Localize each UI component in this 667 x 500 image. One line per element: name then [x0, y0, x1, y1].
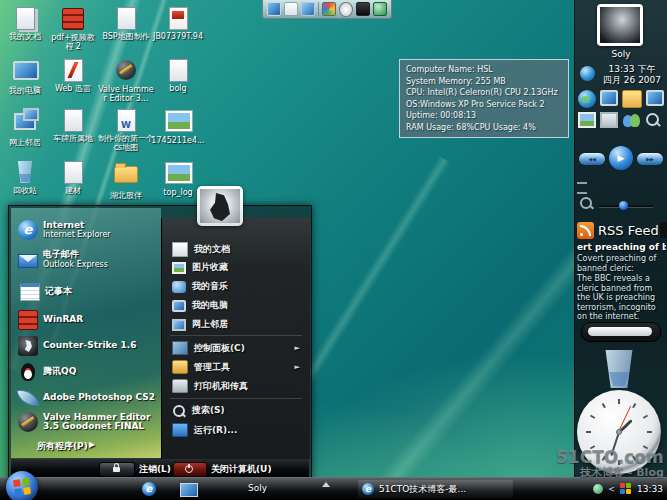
documents-icon — [172, 242, 188, 257]
volume-search-icon[interactable] — [579, 196, 593, 210]
toolbar-expand-chevron-icon[interactable] — [322, 482, 330, 487]
dock-display-settings-icon[interactable] — [322, 2, 336, 16]
shutdown-button[interactable] — [173, 462, 207, 477]
submenu-arrow-icon: ► — [295, 363, 300, 371]
start-item-winrar[interactable]: WinRAR — [11, 310, 161, 330]
desktop-icon-my-computer[interactable]: 我的电脑 — [2, 58, 48, 95]
desktop-icon-my-documents[interactable]: 我的文档 — [2, 6, 48, 41]
sysinfo-memory: System Memory: 255 MB — [406, 76, 562, 88]
thunder-icon — [64, 59, 83, 82]
start-item-my-computer[interactable]: 我的电脑 — [162, 299, 310, 312]
internet-icon[interactable] — [578, 90, 596, 108]
document-icon — [64, 109, 83, 132]
desktop-icon-label: 1745211e4... — [150, 136, 206, 145]
desktop-icon-image-file[interactable]: 1745211e4... — [150, 108, 206, 145]
start-menu-bottom-bar: 注销(L) 关闭计算机(U) — [11, 459, 309, 477]
start-item-control-panel[interactable]: 控制面板(C)► — [162, 341, 310, 355]
rss-icon — [577, 222, 594, 239]
photoshop-feather-icon — [16, 386, 40, 410]
logoff-button[interactable] — [99, 462, 135, 477]
dock-computer-icon[interactable] — [267, 2, 281, 16]
task-button-label: 51CTO技术博客-最... — [379, 483, 466, 496]
desktop-icon-pdf-file[interactable]: JB07379T.94 — [150, 6, 206, 41]
rss-headline[interactable]: ert preaching of banne — [577, 242, 666, 252]
sidebar-user-avatar[interactable] — [597, 4, 643, 46]
word-doc-icon: W — [117, 109, 136, 132]
media-play-button[interactable]: ▶ — [609, 146, 633, 170]
desktop-icon-hubei-folder[interactable]: 湖北股伴 — [98, 160, 154, 200]
sidebar-search-pill[interactable] — [581, 322, 661, 342]
desktop-icon-label: 我的电脑 — [2, 86, 48, 95]
desktop-icon-label: JB07379T.94 — [150, 32, 206, 41]
hammer-icon — [116, 60, 136, 80]
run-icon — [172, 423, 188, 437]
start-item-my-documents[interactable]: 我的文档 — [162, 242, 310, 257]
task-button-browser[interactable]: e 51CTO技术博客-最... — [358, 480, 513, 498]
desktop-icon-recycle-bin[interactable]: 回收站 — [2, 160, 48, 195]
search-icon[interactable] — [644, 112, 662, 128]
start-menu-user-avatar[interactable] — [197, 186, 243, 226]
dock-media-icon[interactable] — [373, 2, 387, 16]
desktop-icon-network-places[interactable]: 网上邻居 — [2, 108, 48, 147]
winrar-icon — [18, 310, 38, 330]
start-item-my-pictures[interactable]: 图片收藏 — [162, 261, 310, 274]
start-item-network-places[interactable]: 网上邻居 — [162, 318, 310, 331]
dock-screen-icon[interactable] — [356, 2, 370, 16]
documents-icon — [16, 7, 35, 30]
start-item-notepad[interactable]: 记事本 — [11, 282, 161, 301]
desktop-icon-materials[interactable]: 建材 — [48, 160, 98, 195]
start-item-counter-strike[interactable]: Counter-Strike 1.6 — [11, 336, 161, 356]
sysinfo-computer-name: Computer Name: HSL — [406, 64, 562, 76]
sidebar-divider — [577, 192, 587, 194]
tray-collapse-icon[interactable]: < — [608, 485, 615, 494]
quicklaunch-show-desktop-icon[interactable] — [180, 483, 198, 497]
computer-icon — [172, 300, 186, 312]
folder-icon[interactable] — [622, 90, 642, 108]
dock-network-icon[interactable] — [301, 2, 315, 16]
taskbar-user-toolbar[interactable]: Soly — [248, 483, 267, 493]
desktop-icon-label: 湖北股伴 — [98, 191, 154, 200]
media-prev-button[interactable]: ◀◀ — [579, 153, 605, 165]
network-computer-icon[interactable] — [646, 90, 664, 106]
messenger-icon[interactable] — [622, 112, 640, 128]
desktop-icon-pdf-tutorial[interactable]: pdf+视频教程 2 — [48, 6, 98, 51]
computer-icon[interactable] — [600, 90, 618, 106]
dock-document-icon[interactable] — [284, 2, 298, 16]
volume-slider-knob[interactable] — [619, 201, 628, 210]
desktop-icon-web-thunder[interactable]: Web 迅雷 — [48, 58, 98, 93]
control-panel-icon — [172, 341, 188, 355]
network-icon — [14, 113, 36, 130]
tray-windows-icon[interactable] — [620, 483, 632, 495]
desktop-icon-bsp-map[interactable]: BSP地图制作 — [98, 6, 154, 41]
start-item-photoshop[interactable]: Adobe Photoshop CS2 — [11, 388, 161, 408]
tray-clock[interactable]: 13:33 — [637, 484, 663, 494]
start-item-admin-tools[interactable]: 管理工具► — [162, 360, 310, 374]
start-item-run[interactable]: 运行(R)... — [162, 423, 310, 437]
start-item-my-music[interactable]: 我的音乐 — [162, 280, 310, 293]
desktop-icon-license-plate[interactable]: 车牌所属地 — [48, 108, 98, 143]
start-item-outlook-express[interactable]: 电子邮件Outlook Express — [11, 250, 161, 269]
sidebar-date: 四月 26 2007 — [600, 75, 664, 86]
photo-frame-icon[interactable] — [600, 112, 618, 128]
start-menu-left-column: e InternetInternet Explorer 电子邮件Outlook … — [11, 208, 161, 458]
all-programs-button[interactable]: 所有程序(P) ▶ — [11, 440, 161, 453]
quicklaunch-ie-icon[interactable]: e — [142, 482, 156, 496]
start-orb-button[interactable] — [6, 471, 38, 500]
desktop-icon-label: 车牌所属地 — [48, 134, 98, 143]
start-item-qq[interactable]: 腾讯QQ — [11, 362, 161, 382]
rss-scroll-handle[interactable] — [660, 222, 667, 238]
desktop-icon-bolg[interactable]: bolg — [150, 58, 206, 93]
desktop-icon-cs-map-doc[interactable]: W 制作你的第一个cs地图 — [98, 108, 154, 152]
media-next-button[interactable]: ▶▶ — [637, 153, 663, 165]
start-item-hammer-editor[interactable]: Valve Hammer Editor 3.5 Goodonet FINAL — [11, 412, 161, 432]
desktop-icon-hammer-editor[interactable]: Valve Hammer Editor 3... — [98, 58, 154, 103]
search-pill-field[interactable] — [588, 327, 652, 336]
dock-clock-icon[interactable] — [339, 2, 352, 17]
all-programs-label: 所有程序(P) — [37, 441, 88, 451]
start-item-search[interactable]: 搜索(S) — [162, 404, 310, 417]
tray-messenger-icon[interactable] — [593, 484, 603, 494]
sidebar-recycle-bin-icon[interactable] — [603, 350, 635, 388]
start-item-internet-explorer[interactable]: e InternetInternet Explorer — [11, 220, 161, 240]
start-item-printers-faxes[interactable]: 打印机和传真 — [162, 379, 310, 393]
pictures-icon[interactable] — [578, 112, 596, 128]
